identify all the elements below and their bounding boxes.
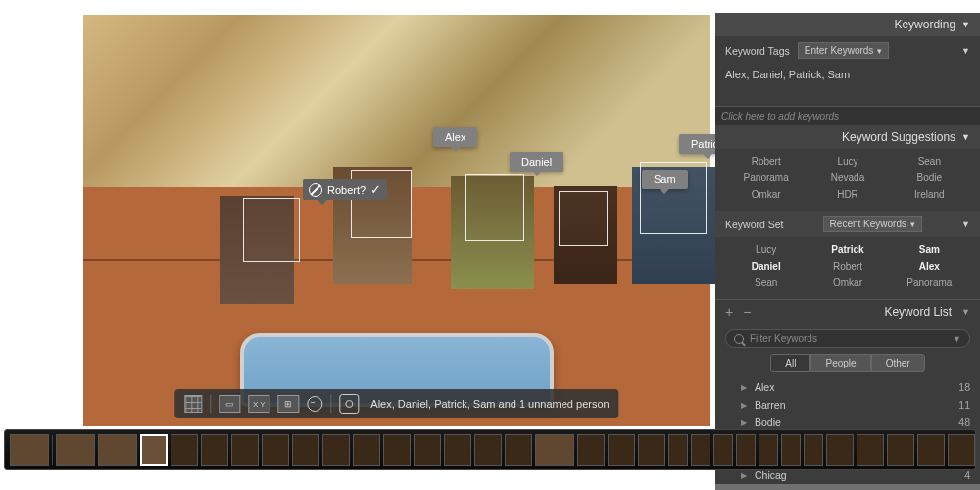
keyword-count: 11 bbox=[958, 399, 970, 411]
keyword-set-item[interactable]: Lucy bbox=[725, 241, 807, 258]
filmstrip-thumb[interactable] bbox=[917, 434, 945, 466]
face-suggestion-tag[interactable]: Robert? ✓ bbox=[303, 179, 387, 200]
filmstrip-thumb[interactable] bbox=[826, 434, 854, 466]
filmstrip-thumb[interactable] bbox=[98, 434, 137, 466]
keyword-list-title: Keyword List bbox=[884, 305, 952, 318]
filmstrip-thumb[interactable] bbox=[231, 434, 259, 466]
suggested-name: Robert? bbox=[327, 184, 366, 196]
remove-keyword-button[interactable]: − bbox=[743, 304, 751, 319]
filmstrip-thumb[interactable] bbox=[201, 434, 228, 466]
expand-icon[interactable]: ▶ bbox=[741, 383, 749, 392]
filmstrip-thumb[interactable] bbox=[353, 434, 380, 466]
add-keyword-input[interactable]: Click here to add keywords bbox=[715, 106, 980, 125]
keyword-set-grid: LucyPatrickSamDanielRobertAlexSeanOmkarP… bbox=[715, 237, 980, 299]
keyword-set-item[interactable]: Patrick bbox=[807, 241, 888, 258]
face-name-tag[interactable]: Alex bbox=[433, 127, 477, 147]
suggestion-item[interactable]: Ireland bbox=[889, 186, 970, 203]
panel-title: Keywording bbox=[894, 18, 956, 31]
loupe-view-button[interactable]: ▭ bbox=[219, 395, 240, 413]
filmstrip-thumb[interactable] bbox=[736, 434, 756, 466]
keyword-count: 18 bbox=[958, 381, 970, 393]
filmstrip-thumb[interactable] bbox=[691, 434, 710, 466]
face-name-tag[interactable]: Sam bbox=[642, 170, 688, 189]
suggestion-item[interactable]: Nevada bbox=[807, 170, 888, 186]
filmstrip-thumb[interactable] bbox=[535, 434, 574, 466]
main-image-view[interactable]: Robert? ✓ Alex Daniel Sam Patrick ▭ X Y … bbox=[83, 15, 710, 426]
filter-tab-all[interactable]: All bbox=[770, 354, 810, 372]
filter-placeholder: Filter Keywords bbox=[750, 333, 947, 344]
filmstrip-thumb[interactable] bbox=[759, 434, 778, 466]
keyword-suggestions-header[interactable]: Keyword Suggestions ▼ bbox=[715, 125, 980, 149]
suggestion-item[interactable]: Sean bbox=[889, 153, 970, 170]
filter-tab-other[interactable]: Other bbox=[871, 354, 925, 372]
compare-view-button[interactable]: X Y bbox=[248, 395, 270, 413]
filmstrip-thumb[interactable] bbox=[262, 434, 289, 466]
filmstrip-thumb[interactable] bbox=[444, 434, 471, 466]
expand-icon[interactable]: ▶ bbox=[741, 418, 749, 427]
people-view-icon[interactable] bbox=[307, 396, 322, 412]
filmstrip-thumb[interactable] bbox=[10, 434, 49, 466]
keyword-set-item[interactable]: Alex bbox=[889, 258, 970, 274]
filmstrip-thumb[interactable] bbox=[638, 434, 665, 466]
grid-view-button[interactable] bbox=[184, 395, 202, 413]
suggestion-item[interactable]: Robert bbox=[725, 153, 807, 170]
suggestion-item[interactable]: Lucy bbox=[807, 153, 888, 170]
confirm-icon[interactable]: ✓ bbox=[370, 182, 381, 197]
chevron-icon: ▼ bbox=[961, 46, 970, 56]
divider bbox=[330, 395, 331, 413]
collapse-icon: ▼ bbox=[961, 132, 970, 142]
face-region-daniel[interactable] bbox=[466, 174, 524, 241]
keyword-list-row[interactable]: ▶Alex18 bbox=[715, 378, 980, 396]
keywording-panel-header[interactable]: Keywording ▼ bbox=[715, 13, 980, 36]
face-name-tag[interactable]: Daniel bbox=[510, 152, 564, 172]
filter-keywords-input[interactable]: Filter Keywords ▼ bbox=[725, 329, 970, 348]
keyword-name: Alex bbox=[755, 381, 953, 393]
keyword-set-item[interactable]: Panorama bbox=[889, 274, 970, 291]
filmstrip-thumb[interactable] bbox=[577, 434, 605, 466]
expand-icon[interactable]: ▶ bbox=[741, 471, 749, 480]
filmstrip-thumb[interactable] bbox=[887, 434, 914, 466]
keyword-set-item[interactable]: Sam bbox=[889, 241, 970, 258]
filmstrip-thumb[interactable] bbox=[668, 434, 688, 466]
suggestion-item[interactable]: Omkar bbox=[725, 186, 807, 203]
keyword-tags-mode-dropdown[interactable]: Enter Keywords▾ bbox=[798, 42, 890, 59]
face-region-unnamed[interactable] bbox=[243, 198, 300, 262]
expand-icon[interactable]: ▶ bbox=[741, 401, 749, 410]
filmstrip-thumb[interactable] bbox=[948, 434, 975, 466]
filmstrip-thumb[interactable] bbox=[292, 434, 319, 466]
filmstrip-thumb[interactable] bbox=[56, 434, 95, 466]
filmstrip-thumb[interactable] bbox=[505, 434, 532, 466]
filmstrip-thumb[interactable] bbox=[414, 434, 441, 466]
filmstrip-thumb[interactable] bbox=[171, 434, 198, 466]
draw-face-region-button[interactable] bbox=[339, 394, 359, 414]
photo-background bbox=[83, 15, 710, 187]
keyword-filter-tabs: All People Other bbox=[715, 354, 980, 378]
keyword-set-item[interactable]: Daniel bbox=[725, 258, 807, 274]
suggestion-item[interactable]: Bodie bbox=[889, 170, 970, 186]
add-keyword-button[interactable]: + bbox=[725, 304, 733, 319]
keyword-set-item[interactable]: Sean bbox=[725, 274, 807, 291]
filmstrip-thumb-selected[interactable] bbox=[140, 434, 168, 466]
filter-tab-people[interactable]: People bbox=[810, 354, 870, 372]
filmstrip-thumb[interactable] bbox=[383, 434, 411, 466]
filmstrip-thumb[interactable] bbox=[322, 434, 350, 466]
suggestion-item[interactable]: HDR bbox=[807, 186, 888, 203]
filmstrip-thumb[interactable] bbox=[474, 434, 502, 466]
keyword-list-row[interactable]: ▶Barren11 bbox=[715, 396, 980, 414]
keyword-set-item[interactable]: Robert bbox=[807, 258, 888, 274]
filmstrip-thumb[interactable] bbox=[608, 434, 635, 466]
filmstrip[interactable] bbox=[4, 429, 976, 470]
reject-icon[interactable] bbox=[309, 183, 322, 197]
keyword-set-dropdown[interactable]: Recent Keywords▾ bbox=[823, 216, 922, 232]
suggestion-item[interactable]: Panorama bbox=[725, 170, 807, 186]
keyword-set-item[interactable]: Omkar bbox=[807, 274, 888, 291]
face-region-sam[interactable] bbox=[559, 191, 608, 246]
filmstrip-thumb[interactable] bbox=[804, 434, 823, 466]
filmstrip-thumb[interactable] bbox=[857, 434, 884, 466]
keyword-list-row[interactable]: ✓▶Daniel22 bbox=[715, 484, 980, 490]
filmstrip-thumb[interactable] bbox=[781, 434, 801, 466]
filmstrip-thumb[interactable] bbox=[713, 434, 733, 466]
keyword-tags-value[interactable]: Alex, Daniel, Patrick, Sam bbox=[725, 65, 970, 100]
keyword-suggestions-grid: Robert Lucy Sean Panorama Nevada Bodie O… bbox=[715, 149, 980, 211]
survey-view-button[interactable]: ⊞ bbox=[277, 395, 299, 413]
